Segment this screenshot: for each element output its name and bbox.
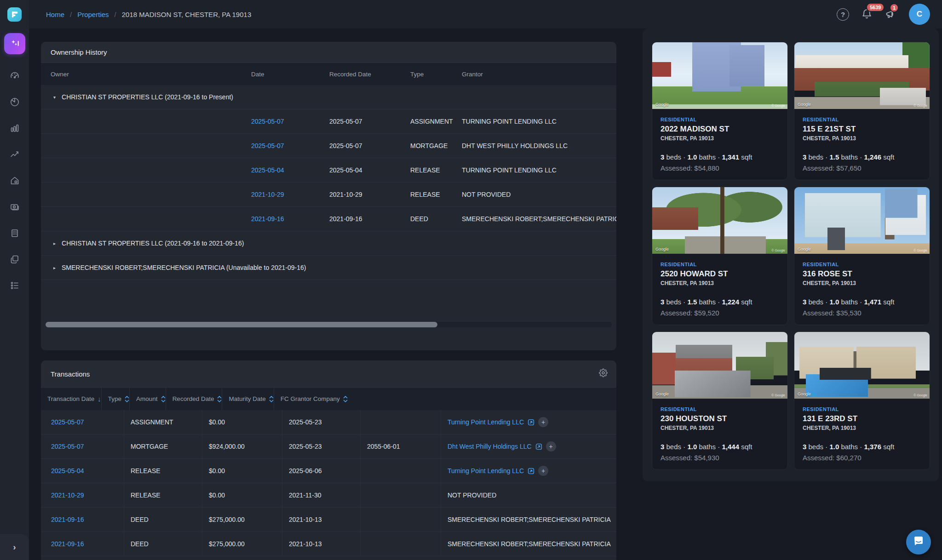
ownership-group-expanded[interactable]: ▾ CHRISTIAN ST PROPERTIES LLC (2021-09-1… bbox=[41, 85, 616, 109]
property-city: CHESTER, PA 19013 bbox=[661, 135, 779, 142]
sidebar-item-bar-chart[interactable] bbox=[9, 123, 20, 134]
ownership-group-collapsed[interactable]: ▸ CHRISTIAN ST PROPERTIES LLC (2021-09-1… bbox=[41, 231, 616, 256]
property-photo: Google © Google bbox=[652, 187, 787, 254]
add-to-list-button[interactable]: + bbox=[538, 417, 548, 427]
ownership-recorded-date: 2025-05-07 bbox=[329, 142, 410, 149]
sortable-column-header[interactable]: Maturity Date ↓ bbox=[222, 388, 273, 410]
horizontal-scrollbar-track bbox=[46, 322, 612, 327]
transaction-date-link[interactable]: 2021-09-16 bbox=[51, 516, 84, 523]
sidebar-item-ai-assistant[interactable] bbox=[4, 33, 25, 54]
add-to-list-button[interactable]: + bbox=[546, 441, 556, 451]
sidebar-item-buildings[interactable] bbox=[9, 228, 20, 239]
sidebar-item-properties-home[interactable] bbox=[9, 175, 20, 186]
property-type-label: RESIDENTIAL bbox=[661, 117, 779, 122]
transaction-type: ASSIGNMENT bbox=[124, 410, 202, 434]
transaction-row[interactable]: 2025-05-07 ASSIGNMENT $0.00 2025-05-23 T… bbox=[41, 410, 616, 434]
sortable-column-header[interactable]: Recorded Date ↓ bbox=[166, 388, 222, 410]
external-link-icon[interactable] bbox=[528, 419, 534, 426]
ownership-date-link[interactable]: 2025-05-04 bbox=[251, 166, 284, 174]
breadcrumb-home-link[interactable]: Home bbox=[46, 11, 64, 18]
transaction-amount: $0.00 bbox=[202, 483, 282, 507]
ownership-grantor: DHT WEST PHILLY HOLDINGS LLC bbox=[462, 142, 616, 149]
grantor-company-link[interactable]: Turning Point Lending LLC bbox=[448, 467, 524, 474]
property-card[interactable]: Google © Google RESIDENTIAL 2520 HOWARD … bbox=[652, 187, 788, 325]
property-stats: 3 beds · 1.5 baths · 1,224 sqft bbox=[661, 298, 779, 306]
property-address: 2520 HOWARD ST bbox=[661, 269, 779, 279]
ownership-row[interactable]: 2021-10-29 2021-10-29 RELEASE NOT PROVID… bbox=[41, 183, 616, 207]
property-stats: 3 beds · 1.0 baths · 1,341 sqft bbox=[661, 153, 779, 161]
ownership-row[interactable]: 2021-09-16 2021-09-16 DEED SMERECHENSKI … bbox=[41, 207, 616, 231]
property-card[interactable]: Google © Google RESIDENTIAL 115 E 21ST S… bbox=[794, 42, 930, 180]
ownership-row[interactable]: 2025-05-04 2025-05-04 RELEASE TURNING PO… bbox=[41, 158, 616, 183]
help-button[interactable]: ? bbox=[837, 8, 849, 21]
ownership-date-link[interactable]: 2021-10-29 bbox=[251, 191, 284, 198]
transaction-row[interactable]: 2025-05-04 RELEASE $0.00 2025-06-06 Turn… bbox=[41, 459, 616, 483]
sortable-column-header[interactable]: Transaction Date ↓ bbox=[41, 388, 101, 410]
transaction-date-link[interactable]: 2025-05-07 bbox=[51, 418, 84, 426]
sort-updown-icon bbox=[217, 395, 222, 403]
sortable-column-header[interactable]: Type ↓ bbox=[101, 388, 129, 410]
transaction-date-link[interactable]: 2021-10-29 bbox=[51, 491, 84, 499]
ownership-type: RELEASE bbox=[410, 191, 462, 198]
property-stats: 3 beds · 1.0 baths · 1,471 sqft bbox=[803, 298, 921, 306]
sidebar-item-lending[interactable] bbox=[9, 201, 20, 212]
transaction-row[interactable]: 2021-09-16 DEED $275,000.00 2021-10-13 S… bbox=[41, 508, 616, 532]
horizontal-scrollbar-thumb[interactable] bbox=[46, 322, 437, 327]
app-logo[interactable] bbox=[0, 0, 29, 29]
ownership-date-link[interactable]: 2025-05-07 bbox=[251, 142, 284, 149]
transaction-row[interactable]: 2025-05-07 MORTGAGE $924,000.00 2025-05-… bbox=[41, 434, 616, 459]
breadcrumb-properties-link[interactable]: Properties bbox=[77, 11, 109, 18]
user-avatar[interactable]: C bbox=[909, 4, 930, 25]
add-to-list-button[interactable]: + bbox=[538, 466, 548, 476]
column-label: Amount bbox=[136, 395, 158, 402]
transaction-type: DEED bbox=[124, 508, 202, 531]
transaction-type: DEED bbox=[124, 532, 202, 556]
megaphone-icon bbox=[885, 13, 896, 21]
ownership-date-link[interactable]: 2025-05-07 bbox=[251, 118, 284, 125]
sidebar-item-trends[interactable] bbox=[9, 149, 20, 160]
sidebar-item-portfolios[interactable] bbox=[9, 254, 20, 265]
chevron-right-icon: › bbox=[13, 542, 16, 552]
sidebar-expand-button[interactable]: › bbox=[0, 534, 29, 560]
sparkles-icon bbox=[9, 38, 20, 49]
notifications-button[interactable]: 5639 bbox=[861, 8, 873, 20]
property-address: 316 ROSE ST bbox=[803, 269, 921, 279]
property-stats: 3 beds · 1.5 baths · 1,246 sqft bbox=[803, 153, 921, 161]
property-card[interactable]: Google © Google RESIDENTIAL 316 ROSE ST … bbox=[794, 187, 930, 325]
transaction-date-link[interactable]: 2025-05-04 bbox=[51, 467, 84, 474]
property-card[interactable]: Google © Google RESIDENTIAL 131 E 23RD S… bbox=[794, 331, 930, 470]
ownership-group-collapsed[interactable]: ▸ SMERECHENSKI ROBERT;SMERECHENSKI PATRI… bbox=[41, 256, 616, 280]
grantor-company-link[interactable]: Dht West Philly Holdings LLC bbox=[448, 443, 532, 450]
transaction-date-link[interactable]: 2021-09-16 bbox=[51, 540, 84, 548]
column-type: Type bbox=[410, 71, 462, 78]
sidebar-item-analytics[interactable] bbox=[9, 97, 20, 108]
external-link-icon[interactable] bbox=[535, 443, 542, 450]
sidebar-item-lists[interactable] bbox=[9, 280, 20, 291]
announcements-button[interactable]: 1 bbox=[885, 8, 897, 20]
transaction-maturity-date bbox=[360, 532, 441, 556]
external-link-icon[interactable] bbox=[528, 468, 534, 474]
breadcrumb-separator: / bbox=[70, 11, 72, 18]
ownership-column-headers: Owner Date Recorded Date Type Grantor bbox=[41, 63, 616, 85]
sortable-column-header[interactable]: Amount ↓ bbox=[129, 388, 166, 410]
chat-support-button[interactable] bbox=[906, 530, 931, 554]
ownership-row[interactable]: 2025-05-07 2025-05-07 MORTGAGE DHT WEST … bbox=[41, 134, 616, 158]
comparables-rail: Google © Google RESIDENTIAL 2022 MADISON… bbox=[643, 29, 939, 481]
transaction-row[interactable]: 2021-10-29 RELEASE $0.00 2021-11-30 NOT … bbox=[41, 483, 616, 508]
property-city: CHESTER, PA 19013 bbox=[803, 135, 921, 142]
topbar-actions: ? 5639 1 C bbox=[837, 0, 930, 29]
grantor-company-link[interactable]: Turning Point Lending LLC bbox=[448, 418, 524, 426]
ownership-date-link[interactable]: 2021-09-16 bbox=[251, 215, 284, 223]
transaction-row[interactable]: 2021-09-16 DEED $275,000.00 2021-10-13 S… bbox=[41, 532, 616, 556]
sidebar-item-dashboard[interactable] bbox=[9, 70, 20, 81]
property-assessed-value: Assessed: $59,520 bbox=[661, 309, 779, 317]
breadcrumb-separator: / bbox=[115, 11, 116, 18]
property-card[interactable]: Google © Google RESIDENTIAL 230 HOUSTON … bbox=[652, 331, 788, 470]
ownership-row[interactable]: 2025-05-07 2025-05-07 ASSIGNMENT TURNING… bbox=[41, 109, 616, 134]
comparables-grid: Google © Google RESIDENTIAL 2022 MADISON… bbox=[652, 42, 930, 470]
property-card[interactable]: Google © Google RESIDENTIAL 2022 MADISON… bbox=[652, 42, 788, 180]
transaction-date-link[interactable]: 2025-05-07 bbox=[51, 443, 84, 450]
table-settings-button[interactable] bbox=[599, 369, 608, 379]
google-copyright: © Google bbox=[913, 104, 927, 107]
sortable-column-header[interactable]: FC Grantor Company ↓ bbox=[274, 388, 348, 410]
